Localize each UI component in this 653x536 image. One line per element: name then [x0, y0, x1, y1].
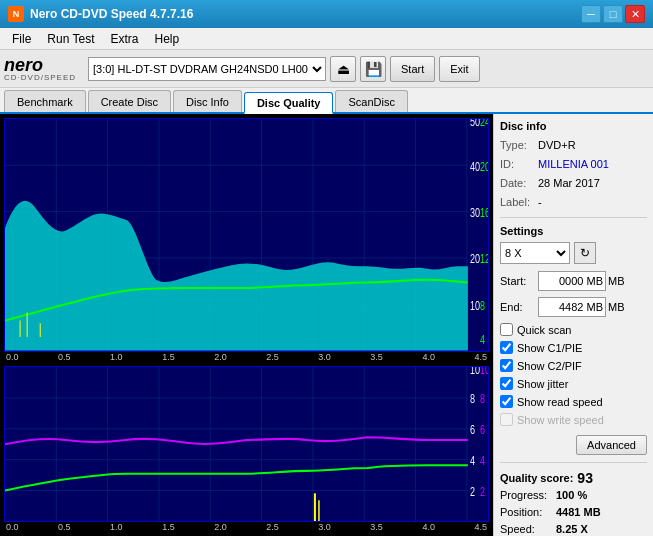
end-input[interactable] — [538, 297, 606, 317]
show-write-speed-row: Show write speed — [500, 413, 647, 426]
disc-label-row: Label: - — [500, 194, 647, 210]
svg-text:20: 20 — [480, 159, 488, 173]
disc-date-row: Date: 28 Mar 2017 — [500, 175, 647, 191]
speed-row: MAX1 X2 X4 X8 X12 X16 X ↻ — [500, 242, 647, 264]
svg-text:8: 8 — [480, 392, 485, 406]
show-read-speed-label: Show read speed — [517, 396, 603, 408]
logo-nero: nero — [4, 56, 76, 74]
menu-run-test[interactable]: Run Test — [39, 30, 102, 48]
end-label: End: — [500, 301, 538, 313]
show-c1pie-checkbox[interactable] — [500, 341, 513, 354]
show-c2pif-label: Show C2/PIF — [517, 360, 582, 372]
show-c2pif-checkbox[interactable] — [500, 359, 513, 372]
show-c2pif-row: Show C2/PIF — [500, 359, 647, 372]
disc-date-value: 28 Mar 2017 — [538, 175, 600, 191]
chart-upper: 50 40 30 20 10 24 20 16 12 8 4 — [4, 118, 489, 352]
quality-score-row: Quality score: 93 — [500, 470, 647, 486]
show-write-speed-label: Show write speed — [517, 414, 604, 426]
upper-chart-svg: 50 40 30 20 10 24 20 16 12 8 4 — [5, 119, 488, 351]
lower-xaxis: 0.0 0.5 1.0 1.5 2.0 2.5 3.0 3.5 4.0 4.5 — [4, 522, 489, 532]
tab-benchmark[interactable]: Benchmark — [4, 90, 86, 112]
menu-file[interactable]: File — [4, 30, 39, 48]
disc-id-value: MILLENIA 001 — [538, 156, 609, 172]
title-bar: N Nero CD-DVD Speed 4.7.7.16 ─ □ ✕ — [0, 0, 653, 28]
svg-text:10: 10 — [480, 367, 488, 376]
divider-2 — [500, 462, 647, 463]
start-input[interactable] — [538, 271, 606, 291]
show-jitter-checkbox[interactable] — [500, 377, 513, 390]
title-bar-text: Nero CD-DVD Speed 4.7.7.16 — [30, 7, 581, 21]
end-unit: MB — [608, 301, 625, 313]
title-bar-controls: ─ □ ✕ — [581, 5, 645, 23]
quality-score-value: 93 — [577, 470, 593, 486]
upper-xaxis: 0.0 0.5 1.0 1.5 2.0 2.5 3.0 3.5 4.0 4.5 — [4, 352, 489, 362]
eject-icon[interactable]: ⏏ — [330, 56, 356, 82]
svg-text:8: 8 — [470, 392, 475, 406]
menu-bar: File Run Test Extra Help — [0, 28, 653, 50]
chart-lower: 10 8 6 4 2 10 8 6 4 2 — [4, 366, 489, 522]
show-c1pie-label: Show C1/PIE — [517, 342, 582, 354]
speed-value: 8.25 X — [556, 523, 588, 535]
progress-row: Progress: 100 % — [500, 489, 647, 501]
show-jitter-label: Show jitter — [517, 378, 568, 390]
start-button[interactable]: Start — [390, 56, 435, 82]
svg-text:4: 4 — [470, 453, 475, 467]
tab-scandisc[interactable]: ScanDisc — [335, 90, 407, 112]
tab-disc-info[interactable]: Disc Info — [173, 90, 242, 112]
svg-text:16: 16 — [480, 206, 488, 220]
svg-text:2: 2 — [480, 484, 485, 498]
disc-date-label: Date: — [500, 175, 538, 191]
lower-chart-svg: 10 8 6 4 2 10 8 6 4 2 — [5, 367, 488, 521]
tab-create-disc[interactable]: Create Disc — [88, 90, 171, 112]
position-value: 4481 MB — [556, 506, 601, 518]
minimize-button[interactable]: ─ — [581, 5, 601, 23]
start-unit: MB — [608, 275, 625, 287]
svg-text:6: 6 — [470, 422, 475, 436]
tab-disc-quality[interactable]: Disc Quality — [244, 92, 334, 114]
show-read-speed-checkbox[interactable] — [500, 395, 513, 408]
show-c1pie-row: Show C1/PIE — [500, 341, 647, 354]
exit-button[interactable]: Exit — [439, 56, 479, 82]
show-write-speed-checkbox — [500, 413, 513, 426]
app-icon: N — [8, 6, 24, 22]
quick-scan-checkbox[interactable] — [500, 323, 513, 336]
progress-value: 100 % — [556, 489, 587, 501]
speed-select[interactable]: MAX1 X2 X4 X8 X12 X16 X — [500, 242, 570, 264]
progress-label: Progress: — [500, 489, 552, 501]
show-jitter-row: Show jitter — [500, 377, 647, 390]
position-row: Position: 4481 MB — [500, 506, 647, 518]
refresh-button[interactable]: ↻ — [574, 242, 596, 264]
logo: nero CD·DVD/SPEED — [4, 56, 76, 82]
divider-1 — [500, 217, 647, 218]
svg-text:40: 40 — [470, 159, 480, 173]
quick-scan-row: Quick scan — [500, 323, 647, 336]
drive-select[interactable]: [3:0] HL-DT-ST DVDRAM GH24NSD0 LH00 — [88, 57, 326, 81]
disc-id-row: ID: MILLENIA 001 — [500, 156, 647, 172]
svg-text:50: 50 — [470, 119, 480, 128]
start-input-row: Start: MB — [500, 271, 647, 291]
speed-row-quality: Speed: 8.25 X — [500, 523, 647, 535]
show-read-speed-row: Show read speed — [500, 395, 647, 408]
svg-text:10: 10 — [470, 298, 480, 312]
logo-cddvd: CD·DVD/SPEED — [4, 74, 76, 82]
sidebar: Disc info Type: DVD+R ID: MILLENIA 001 D… — [493, 114, 653, 536]
toolbar: nero CD·DVD/SPEED [3:0] HL-DT-ST DVDRAM … — [0, 50, 653, 88]
main-content: 50 40 30 20 10 24 20 16 12 8 4 0.0 0.5 1… — [0, 114, 653, 536]
speed-label: Speed: — [500, 523, 552, 535]
maximize-button[interactable]: □ — [603, 5, 623, 23]
svg-text:8: 8 — [480, 298, 485, 312]
disc-type-value: DVD+R — [538, 137, 576, 153]
save-icon[interactable]: 💾 — [360, 56, 386, 82]
advanced-button[interactable]: Advanced — [576, 435, 647, 455]
svg-text:12: 12 — [480, 252, 488, 266]
svg-text:10: 10 — [470, 367, 480, 376]
settings-title: Settings — [500, 225, 647, 237]
close-button[interactable]: ✕ — [625, 5, 645, 23]
svg-text:20: 20 — [470, 252, 480, 266]
menu-extra[interactable]: Extra — [102, 30, 146, 48]
chart-area: 50 40 30 20 10 24 20 16 12 8 4 0.0 0.5 1… — [0, 114, 493, 536]
disc-id-label: ID: — [500, 156, 538, 172]
disc-info-title: Disc info — [500, 120, 647, 132]
svg-text:4: 4 — [480, 453, 485, 467]
menu-help[interactable]: Help — [147, 30, 188, 48]
